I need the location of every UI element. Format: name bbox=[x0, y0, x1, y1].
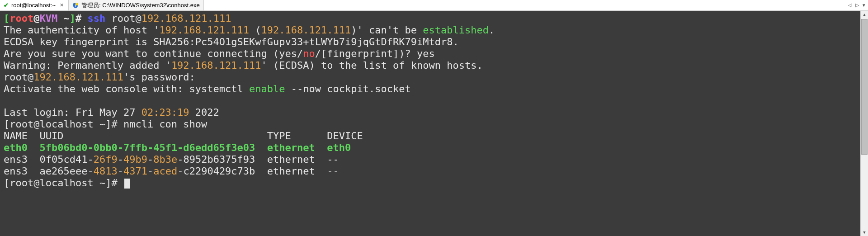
tab-prev-icon[interactable]: ◁ bbox=[848, 2, 852, 8]
row2-uuid-pad bbox=[255, 165, 267, 177]
row1-uuid-seg2: 26f9 bbox=[94, 154, 118, 165]
pw-p2: 's password: bbox=[123, 71, 195, 83]
check-icon: ✔ bbox=[4, 2, 9, 9]
row1-uuid-seg5: - bbox=[147, 154, 153, 165]
prompt-cwd: ~ bbox=[57, 13, 70, 24]
row0-device: eth0 bbox=[327, 142, 351, 153]
cmd-rest: root@ bbox=[105, 13, 141, 24]
col-device: DEVICE bbox=[327, 130, 363, 142]
row2-uuid-seg2: 4813 bbox=[94, 165, 118, 177]
lastlogin-time: 02:23:19 bbox=[142, 107, 189, 118]
row2-name: ens3 bbox=[4, 165, 39, 177]
confirm-p1: Are you sure you want to continue connec… bbox=[4, 48, 303, 59]
nmcli-table: NAME UUID TYPE DEVICE eth0 5fb06bd0-0bb0… bbox=[4, 130, 363, 177]
tabbar-nav: ◁ ▷ ▾ bbox=[845, 0, 868, 10]
warn-p2: ' (ECDSA) to the list of known hosts. bbox=[261, 60, 483, 71]
tab-menu-icon[interactable]: ▾ bbox=[863, 2, 865, 8]
terminal[interactable]: [root@KVM ~]# ssh root@192.168.121.111 T… bbox=[0, 11, 860, 236]
cmd-ip: 192.168.121.111 bbox=[142, 13, 231, 24]
cursor bbox=[124, 179, 130, 189]
row1-uuid-seg6: 8b3e bbox=[153, 154, 177, 165]
tab-next-icon[interactable]: ▷ bbox=[855, 2, 859, 8]
tab-label: 管理员: C:\WINDOWS\system32\conhost.exe bbox=[81, 1, 200, 9]
row1-uuid-seg1: - bbox=[87, 154, 93, 165]
lastlogin-p2: 2022 bbox=[189, 107, 219, 118]
prompt-sigil: # bbox=[75, 13, 88, 24]
row0-type: ethernet bbox=[267, 142, 327, 153]
prompt-host: KVM bbox=[39, 13, 57, 24]
lastlogin-p1: Last login: Fri May 27 bbox=[4, 107, 142, 118]
prompt2: [root@localhost ~]# nmcli con show bbox=[4, 118, 207, 130]
row2-type: ethernet bbox=[267, 165, 327, 177]
tab-bar: ✔ root@localhost:~ ✕ ! 管理员: C:\WINDOWS\s… bbox=[0, 0, 868, 11]
auth-ip2: 192.168.121.111 bbox=[261, 24, 351, 36]
row1-name: ens3 bbox=[4, 154, 39, 165]
prompt-bracket-close: ] bbox=[70, 13, 75, 24]
row2-device: -- bbox=[327, 165, 339, 177]
cmd-ssh: ssh bbox=[87, 13, 105, 24]
confirm-p2: /[fingerprint])? yes bbox=[315, 48, 435, 59]
col-name: NAME bbox=[4, 130, 39, 142]
scroll-thumb[interactable] bbox=[861, 19, 868, 155]
auth-p1: The authenticity of host ' bbox=[4, 24, 159, 36]
tab-root-localhost[interactable]: ✔ root@localhost:~ ✕ bbox=[0, 0, 69, 10]
auth-p4: . bbox=[489, 24, 495, 36]
row1-uuid-pad bbox=[255, 154, 267, 165]
pw-ip: 192.168.121.111 bbox=[33, 71, 123, 83]
pw-p1: root@ bbox=[4, 71, 33, 83]
row1-uuid-seg8: 8952b6375f93 bbox=[183, 154, 255, 165]
auth-ip1: 192.168.121.111 bbox=[159, 24, 249, 36]
row1-type: ethernet bbox=[267, 154, 327, 165]
row1-device: -- bbox=[327, 154, 339, 165]
row0-name: eth0 bbox=[4, 142, 39, 153]
col-type: TYPE bbox=[267, 130, 327, 142]
tab-label: root@localhost:~ bbox=[11, 2, 56, 9]
shield-icon: ! bbox=[72, 2, 79, 9]
row2-uuid-seg0: ae265eee bbox=[39, 165, 87, 177]
confirm-no: no bbox=[303, 48, 315, 59]
tab-conhost[interactable]: ! 管理员: C:\WINDOWS\system32\conhost.exe bbox=[69, 0, 204, 10]
row1-uuid-seg4: 49b9 bbox=[123, 154, 147, 165]
auth-p2: ( bbox=[249, 24, 261, 36]
row2-uuid-seg1: - bbox=[87, 165, 93, 177]
scrollbar[interactable]: ▲ ▼ bbox=[860, 11, 868, 236]
terminal-wrap: [root@KVM ~]# ssh root@192.168.121.111 T… bbox=[0, 11, 868, 236]
warn-p1: Warning: Permanently added ' bbox=[4, 60, 171, 71]
prompt-at: @ bbox=[33, 13, 39, 24]
row2-uuid-seg7: - bbox=[177, 165, 183, 177]
close-icon[interactable]: ✕ bbox=[58, 2, 65, 9]
row2-uuid-seg5: - bbox=[147, 165, 153, 177]
row1-uuid-seg3: - bbox=[118, 154, 123, 165]
row2-uuid-seg8: c2290429c73b bbox=[183, 165, 255, 177]
warn-ip: 192.168.121.111 bbox=[171, 60, 261, 71]
prompt3: [root@localhost ~]# bbox=[4, 177, 123, 189]
row2-uuid-seg4: 4371 bbox=[123, 165, 147, 177]
activate-p1: Activate the web console with: systemctl bbox=[4, 83, 249, 94]
row0-uuid: 5fb06bd0-0bb0-7ffb-45f1-d6edd65f3e03 bbox=[39, 142, 267, 153]
row1-uuid-seg0: 0f05cd41 bbox=[39, 154, 87, 165]
prompt-bracket: [ bbox=[4, 13, 9, 24]
scroll-down-icon[interactable]: ▼ bbox=[861, 229, 868, 236]
activate-enable: enable bbox=[249, 83, 285, 94]
activate-p2: --now cockpit.socket bbox=[285, 83, 411, 94]
col-uuid: UUID bbox=[39, 130, 267, 142]
prompt-user: root bbox=[9, 13, 33, 24]
tabbar-spacer bbox=[204, 0, 845, 10]
row1-uuid-seg7: - bbox=[177, 154, 183, 165]
scroll-up-icon[interactable]: ▲ bbox=[861, 11, 868, 18]
fingerprint-line: ECDSA key fingerprint is SHA256:Pc54O1gS… bbox=[4, 36, 459, 47]
svg-text:!: ! bbox=[75, 3, 76, 7]
row2-uuid-seg6: aced bbox=[153, 165, 177, 177]
auth-p3: )' can't be bbox=[351, 24, 423, 36]
row2-uuid-seg3: - bbox=[118, 165, 123, 177]
auth-est: established bbox=[423, 24, 489, 36]
